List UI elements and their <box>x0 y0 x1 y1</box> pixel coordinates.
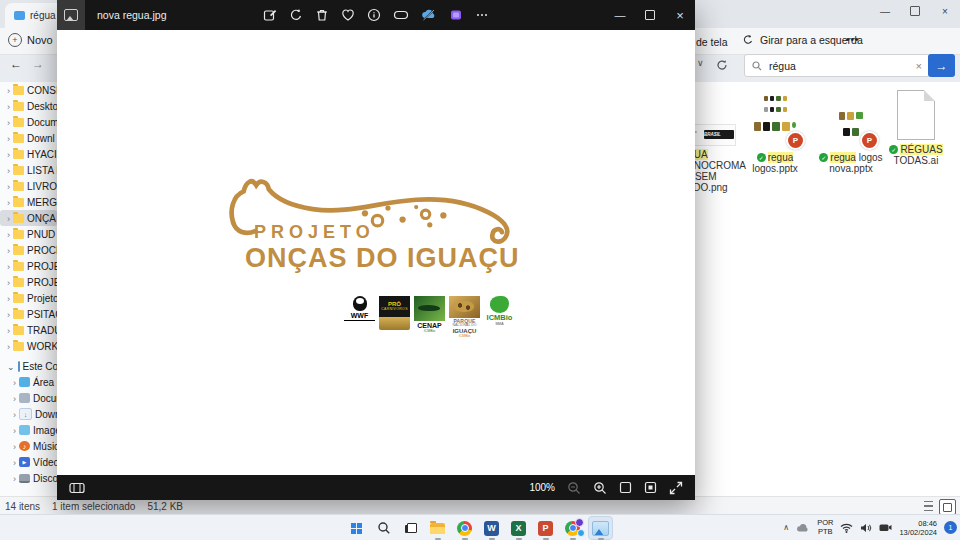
info-icon[interactable] <box>367 8 381 22</box>
chevron-right-icon[interactable] <box>7 213 10 224</box>
search-go-button[interactable]: → <box>928 54 955 77</box>
edit-icon[interactable] <box>263 8 277 22</box>
onedrive-icon[interactable] <box>421 8 437 22</box>
taskbar-file-explorer[interactable] <box>426 517 449 539</box>
chevron-down-icon[interactable] <box>7 361 15 372</box>
zoom-out-icon[interactable] <box>567 481 581 495</box>
taskbar-excel[interactable]: X <box>507 517 530 539</box>
chevron-right-icon[interactable] <box>7 165 10 176</box>
sidebar-library-item[interactable]: Downl <box>0 406 57 422</box>
delete-icon[interactable] <box>315 8 329 22</box>
refresh-button[interactable] <box>716 57 728 75</box>
chevron-right-icon[interactable] <box>13 409 16 420</box>
chevron-right-icon[interactable] <box>7 277 10 288</box>
sidebar-folder-item[interactable]: Docum <box>0 114 57 130</box>
chevron-right-icon[interactable] <box>7 181 10 192</box>
actual-size-icon[interactable] <box>644 481 657 494</box>
wifi-icon[interactable] <box>840 523 853 533</box>
search-input[interactable]: régua × <box>744 54 930 77</box>
file-item-regua-logos-pptx[interactable]: P ✓regua logos.pptx <box>743 94 807 174</box>
sidebar-folder-item[interactable]: Deskto <box>0 98 57 114</box>
chevron-right-icon[interactable] <box>7 341 10 352</box>
sidebar-folder-item[interactable]: PROJE <box>0 258 57 274</box>
sidebar-library-item[interactable]: Docum <box>0 390 57 406</box>
sidebar-library-item[interactable]: Música <box>0 438 57 454</box>
command-bar-more-button[interactable]: ••• <box>846 34 860 45</box>
onedrive-tray-icon[interactable] <box>796 523 810 533</box>
sidebar-folder-item[interactable]: Projeto <box>0 290 57 306</box>
chevron-right-icon[interactable] <box>7 261 10 272</box>
taskbar-word[interactable]: W <box>480 517 503 539</box>
chevron-right-icon[interactable] <box>7 117 10 128</box>
sidebar-folder-item[interactable]: LIVRO <box>0 178 57 194</box>
sidebar-folder-item[interactable]: PROJE <box>0 274 57 290</box>
chevron-right-icon[interactable] <box>7 149 10 160</box>
sidebar-folder-item[interactable]: Downl <box>0 130 57 146</box>
chevron-right-icon[interactable] <box>7 101 10 112</box>
sidebar-folder-item[interactable]: CONSI <box>0 82 57 98</box>
task-view-button[interactable] <box>399 517 422 539</box>
chevron-right-icon[interactable] <box>13 377 16 388</box>
clear-search-icon[interactable]: × <box>916 60 922 72</box>
sidebar-library-item[interactable]: Image <box>0 422 57 438</box>
favorite-icon[interactable] <box>341 8 355 22</box>
sidebar-folder-item[interactable]: PNUD <box>0 226 57 242</box>
photos-close-button[interactable]: × <box>665 0 695 30</box>
fit-to-window-icon[interactable] <box>619 481 632 494</box>
chevron-right-icon[interactable] <box>7 229 10 240</box>
chevron-right-icon[interactable] <box>13 441 16 452</box>
explorer-minimize-button[interactable]: — <box>870 0 900 22</box>
sidebar-folder-item[interactable]: PSITAC <box>0 306 57 322</box>
photos-minimize-button[interactable]: — <box>605 0 635 30</box>
explorer-close-button[interactable]: × <box>930 0 960 22</box>
notification-center-button[interactable]: 1 <box>944 521 957 534</box>
rotate-left-button[interactable]: Girar para a esquerda <box>742 34 863 46</box>
new-button[interactable]: + Novo <box>8 33 53 47</box>
start-button[interactable] <box>345 517 368 539</box>
speaker-icon[interactable] <box>860 523 872 533</box>
clock[interactable]: 08:46 13/02/2024 <box>899 519 937 537</box>
chevron-right-icon[interactable] <box>7 133 10 144</box>
sidebar-folder-item[interactable]: PROCE <box>0 242 57 258</box>
sidebar-folder-item[interactable]: WORK <box>0 338 57 354</box>
explorer-restore-button[interactable] <box>900 0 930 22</box>
sidebar-library-item[interactable]: Vídeos <box>0 454 57 470</box>
thumbnail-view-button[interactable] <box>939 499 956 515</box>
back-button[interactable]: ← <box>10 57 22 71</box>
chevron-right-icon[interactable] <box>7 85 10 96</box>
more-icon[interactable] <box>475 8 489 22</box>
taskbar-browser-profile[interactable] <box>561 517 584 539</box>
sidebar-library-item[interactable]: Disco <box>0 470 57 486</box>
chevron-right-icon[interactable] <box>13 393 16 404</box>
chevron-right-icon[interactable] <box>7 293 10 304</box>
sidebar-this-pc[interactable]: Este Com <box>0 358 57 374</box>
forward-button[interactable]: → <box>32 57 44 71</box>
set-as-background-button[interactable]: de tela <box>696 36 728 48</box>
file-item-regua-logos-nova-pptx[interactable]: P ✓regua logos nova.pptx <box>817 94 885 174</box>
taskbar-search-button[interactable] <box>372 517 395 539</box>
rotate-icon[interactable] <box>289 8 303 22</box>
sidebar-library-item[interactable]: Área d <box>0 374 57 390</box>
chevron-right-icon[interactable] <box>7 325 10 336</box>
taskbar-powerpoint[interactable]: P <box>534 517 557 539</box>
filmstrip-toggle-icon[interactable] <box>69 482 85 494</box>
fullscreen-icon[interactable] <box>669 481 683 495</box>
taskbar-photos-app[interactable] <box>588 516 613 540</box>
sidebar-folder-item[interactable]: TRADU <box>0 322 57 338</box>
gallery-icon[interactable] <box>449 8 463 22</box>
file-item-reguas-todas-ai[interactable]: ✓RÉGUAS TODAS.ai <box>887 90 945 166</box>
sidebar-folder-item[interactable]: MERGI <box>0 194 57 210</box>
address-dropdown-icon[interactable]: ∨ <box>697 58 704 68</box>
language-indicator[interactable]: POR PTB <box>817 519 833 536</box>
chevron-right-icon[interactable] <box>13 473 16 484</box>
sidebar-folder-item[interactable]: HYACI <box>0 146 57 162</box>
chevron-right-icon[interactable] <box>7 197 10 208</box>
sidebar-folder-item[interactable]: LISTA I <box>0 162 57 178</box>
camera-icon[interactable] <box>879 523 892 532</box>
chevron-right-icon[interactable] <box>13 425 16 436</box>
sidebar-folder-item[interactable]: ONÇA <box>0 210 57 226</box>
chevron-right-icon[interactable] <box>13 457 16 468</box>
chevron-right-icon[interactable] <box>7 309 10 320</box>
zoom-in-icon[interactable] <box>593 481 607 495</box>
photos-maximize-button[interactable] <box>635 0 665 30</box>
